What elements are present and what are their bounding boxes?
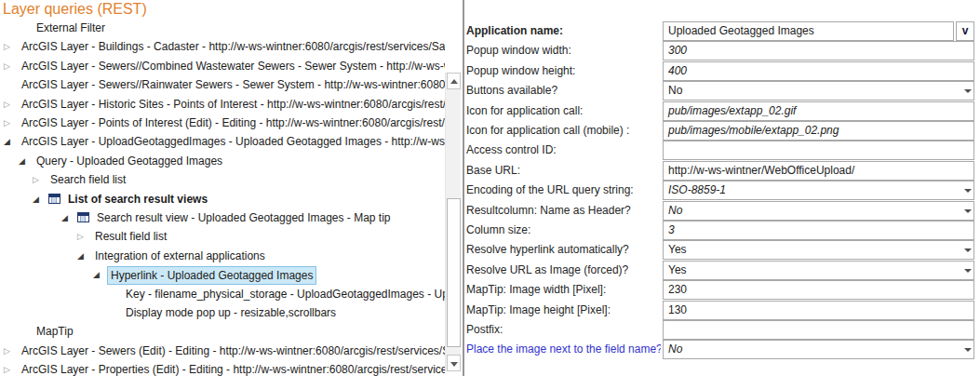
tree-item-label[interactable]: ArcGIS Layer - Points of Interest (Edit)… [21, 114, 445, 132]
tree-item-label[interactable]: ArcGIS Layer - Buildings - Cadaster - ht… [21, 37, 445, 56]
tree-item-label[interactable]: Search field list [50, 170, 126, 189]
combo-expand-button[interactable]: v [956, 21, 974, 41]
expanded-expander-icon[interactable]: ◢ [33, 190, 39, 208]
dropdown-input[interactable]: Yes [663, 240, 974, 260]
tree-item-label[interactable]: ArcGIS Layer - Properties (Edit) - Editi… [21, 360, 445, 376]
scroll-down-button[interactable] [447, 355, 461, 371]
dropdown-input[interactable]: No [663, 340, 974, 359]
text-input[interactable] [663, 320, 974, 340]
webgis-admin-window: Layer queries (REST) External Filter▷Arc… [0, 0, 980, 376]
properties-form: Application name:Uploaded Geotagged Imag… [464, 0, 980, 376]
tree-item-label[interactable]: Result field list [95, 227, 167, 246]
tree-item-label[interactable]: Integration of external applications [95, 247, 265, 265]
tree-item-label[interactable]: ArcGIS Layer - Sewers//Rainwater Sewers … [21, 75, 445, 94]
tree-item-label[interactable]: ArcGIS Layer - Historic Sites - Points o… [21, 95, 445, 114]
table-icon [48, 194, 60, 204]
tree-item[interactable]: ▷ArcGIS Layer - Properties (Edit) - Edit… [0, 360, 445, 376]
collapsed-expander-icon[interactable]: ▷ [4, 37, 10, 56]
expanded-expander-icon[interactable]: ◢ [93, 265, 100, 284]
collapsed-expander-icon[interactable]: ▷ [4, 95, 10, 114]
text-input[interactable]: 130 [663, 301, 974, 320]
tree-item[interactable]: External Filter [0, 19, 445, 37]
dropdown-arrow-icon[interactable] [964, 189, 972, 193]
field-label: Access control ID: [466, 141, 661, 160]
tree-item[interactable]: ▷ArcGIS Layer - Points of Interest (Edit… [0, 114, 445, 132]
tree-item-label[interactable]: ArcGIS Layer - UploadGeotaggedImages - U… [21, 132, 445, 151]
field-label: Resolve hyperlink automatically? [466, 240, 661, 260]
collapsed-expander-icon[interactable]: ▷ [4, 360, 10, 376]
dropdown-input[interactable]: No [663, 81, 974, 101]
tree-item[interactable]: ◢Search result view - Uploaded Geotagged… [0, 208, 445, 227]
dropdown-arrow-icon[interactable] [964, 348, 972, 352]
tree-item-label[interactable]: Hyperlink - Uploaded Geotagged Images [107, 266, 316, 285]
tree-item[interactable]: MapTip [0, 322, 445, 341]
collapsed-expander-icon[interactable]: ▷ [33, 170, 39, 189]
scroll-up-button[interactable] [447, 73, 461, 89]
tree-item[interactable]: ▷Result field list [0, 227, 445, 246]
text-input[interactable]: 3 [663, 221, 974, 240]
tree-item[interactable]: ◢List of search result views [0, 190, 445, 208]
field-label: Resolve URL as Image (forced)? [466, 261, 661, 280]
tree-item[interactable]: ◢Hyperlink - Uploaded Geotagged Images [0, 265, 445, 284]
dropdown-arrow-icon[interactable] [964, 248, 972, 252]
arrow-down-icon [450, 362, 458, 367]
field-label: Buttons available? [466, 81, 661, 101]
field-label: Icon for application call: [466, 101, 661, 121]
text-input[interactable]: 400 [663, 61, 974, 81]
text-input[interactable]: pub/images/extapp_02.gif [663, 101, 974, 121]
field-label-link[interactable]: Place the image next to the field name? [466, 340, 661, 359]
tree-item-label[interactable]: Search result view - Uploaded Geotagged … [97, 208, 391, 227]
scrollbar-thumb[interactable] [447, 198, 461, 347]
field-label: Resultcolumn: Name as Header? [466, 201, 661, 221]
arrow-up-icon [450, 79, 458, 84]
tree-item[interactable]: ◢Query - Uploaded Geotagged Images [0, 152, 445, 170]
dropdown-input[interactable]: Yes [663, 261, 974, 280]
field-label: Postfix: [466, 320, 661, 340]
tree-item[interactable]: ▷ArcGIS Layer - Buildings - Cadaster - h… [0, 37, 445, 56]
text-input[interactable]: http://w-ws-wintner/WebOfficeUpload/ [663, 161, 974, 181]
dropdown-arrow-icon[interactable] [964, 269, 972, 273]
layer-query-tree: External Filter▷ArcGIS Layer - Buildings… [0, 0, 445, 376]
tree-item[interactable]: ArcGIS Layer - Sewers//Rainwater Sewers … [0, 75, 445, 94]
expanded-expander-icon[interactable]: ◢ [4, 132, 10, 151]
tree-item-label[interactable]: Key - filename_physical_storage - Upload… [126, 285, 445, 303]
collapsed-expander-icon[interactable]: ▷ [4, 114, 10, 132]
field-label: Popup window height: [466, 61, 661, 81]
field-label: MapTip: Image height [Pixel]: [466, 301, 661, 320]
expanded-expander-icon[interactable]: ◢ [61, 208, 68, 227]
text-input[interactable]: 300 [663, 41, 974, 60]
tree-item-label[interactable]: ArcGIS Layer - Sewers (Edit) - Editing -… [21, 342, 445, 360]
tree-item[interactable]: ◢Integration of external applications [0, 247, 445, 265]
tree-item-label[interactable]: MapTip [36, 322, 74, 341]
text-input[interactable] [663, 141, 974, 160]
tree-item[interactable]: ▷Search field list [0, 170, 445, 189]
field-label: Application name: [466, 21, 661, 41]
dropdown-input[interactable]: ISO-8859-1 [663, 181, 974, 200]
collapsed-expander-icon[interactable]: ▷ [77, 227, 84, 246]
field-label: Encoding of the URL query string: [466, 181, 661, 200]
tree-item[interactable]: Key - filename_physical_storage - Upload… [0, 285, 445, 303]
field-label: MapTip: Image width [Pixel]: [466, 280, 661, 300]
tree-item-label[interactable]: External Filter [36, 19, 105, 37]
text-input[interactable]: 230 [663, 280, 974, 300]
expanded-expander-icon[interactable]: ◢ [19, 152, 25, 170]
dropdown-arrow-icon[interactable] [964, 89, 972, 93]
tree-item[interactable]: ▷ArcGIS Layer - Sewers//Combined Wastewa… [0, 57, 445, 75]
tree-item[interactable]: Display mode pop up - resizable,scrollba… [0, 303, 445, 322]
expanded-expander-icon[interactable]: ◢ [77, 247, 84, 265]
dropdown-arrow-icon[interactable] [964, 209, 972, 213]
tree-scrollbar[interactable] [445, 73, 461, 371]
dropdown-input[interactable]: Uploaded Geotagged Images [663, 21, 954, 41]
tree-item-label[interactable]: ArcGIS Layer - Sewers//Combined Wastewat… [21, 57, 445, 75]
tree-item[interactable]: ▷ArcGIS Layer - Sewers (Edit) - Editing … [0, 342, 445, 360]
tree-item-label[interactable]: Display mode pop up - resizable,scrollba… [126, 303, 336, 322]
tree-item[interactable]: ◢ArcGIS Layer - UploadGeotaggedImages - … [0, 132, 445, 151]
tree-item-label[interactable]: List of search result views [68, 190, 208, 208]
collapsed-expander-icon[interactable]: ▷ [4, 342, 10, 360]
dropdown-input[interactable]: No [663, 201, 974, 221]
tree-item-label[interactable]: Query - Uploaded Geotagged Images [36, 152, 222, 170]
collapsed-expander-icon[interactable]: ▷ [4, 57, 10, 75]
text-input[interactable]: pub/images/mobile/extapp_02.png [663, 121, 974, 141]
field-label: Icon for application call (mobile) : [466, 121, 661, 141]
tree-item[interactable]: ▷ArcGIS Layer - Historic Sites - Points … [0, 95, 445, 114]
